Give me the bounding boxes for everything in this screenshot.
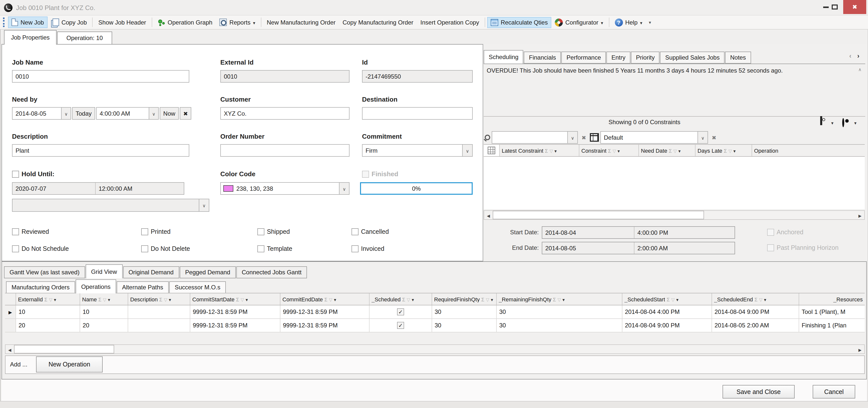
constraints-view-combo[interactable]: Default — [600, 131, 708, 144]
column-header-constraint[interactable]: Constraint — [579, 145, 639, 156]
cancel-button[interactable]: Cancel — [813, 385, 855, 399]
checkbox-box[interactable] — [12, 170, 19, 178]
tab-operation-10[interactable]: Operation: 10 — [57, 32, 112, 44]
column-header-scheduledend[interactable]: _ScheduledEnd — [712, 293, 799, 305]
column-header-remainingfinishqty[interactable]: _RemainingFinishQty — [497, 293, 622, 305]
dropdown-icon[interactable] — [108, 296, 110, 302]
recalculate-qties-button[interactable]: Recalculate Qties — [487, 17, 551, 28]
column-header-scheduled[interactable]: _Scheduled — [370, 293, 432, 305]
tab-scheduling[interactable]: Scheduling — [484, 50, 524, 64]
save-and-close-button[interactable]: Save and Close — [722, 385, 795, 399]
scroll-left-button[interactable] — [5, 345, 14, 353]
new-manufacturing-order-button[interactable]: New Manufacturing Order — [263, 17, 339, 28]
commitment-dropdown-button[interactable] — [462, 145, 472, 156]
customer-input[interactable]: XYZ Co. — [220, 107, 349, 120]
tab-alternate-paths[interactable]: Alternate Paths — [117, 281, 169, 293]
need-by-time-input[interactable]: 4:00:00 AM — [96, 107, 149, 120]
tab-supplied-sales-jobs[interactable]: Supplied Sales Jobs — [660, 52, 725, 64]
view-name-value[interactable]: Default — [601, 134, 698, 141]
color-code-select[interactable]: 238, 130, 238 — [220, 182, 349, 195]
tab-original-demand[interactable]: Original Demand — [123, 266, 179, 278]
tab-financials[interactable]: Financials — [524, 52, 561, 64]
tab-successor-mos[interactable]: Successor M.O.s — [169, 281, 226, 293]
clear-search-button[interactable] — [579, 131, 588, 144]
dropdown-icon[interactable] — [412, 296, 414, 302]
dropdown-icon[interactable] — [678, 148, 680, 153]
clear-need-by-button[interactable] — [180, 107, 191, 120]
column-header-resources[interactable]: _Resources — [799, 293, 865, 305]
tab-priority[interactable]: Priority — [631, 52, 660, 64]
maximize-button[interactable] — [827, 0, 842, 14]
description-input[interactable]: Plant — [12, 144, 189, 157]
operation-graph-button[interactable]: Operation Graph — [154, 17, 216, 28]
now-button[interactable]: Now — [160, 107, 179, 120]
printed-checkbox[interactable]: Printed — [141, 228, 170, 235]
insert-operation-copy-button[interactable]: Insert Operation Copy — [417, 17, 483, 28]
hold-until-checkbox[interactable]: Hold Until: — [12, 170, 54, 178]
tab-scroll-left-icon[interactable]: ‹ — [849, 52, 851, 60]
today-button[interactable]: Today — [72, 107, 95, 120]
percent-finished-field[interactable]: 0% — [360, 182, 473, 195]
checkbox-box[interactable] — [257, 245, 265, 252]
checkbox-box[interactable] — [12, 245, 19, 252]
new-operation-button[interactable]: New Operation — [36, 356, 103, 373]
checkbox-box[interactable] — [141, 245, 148, 252]
toolbar-grip-handle[interactable] — [3, 18, 5, 27]
checkbox-box[interactable] — [257, 228, 265, 235]
column-header-scheduledstart[interactable]: _ScheduledStart — [622, 293, 712, 305]
need-by-time-dropdown-button[interactable] — [149, 107, 159, 120]
tab-entry[interactable]: Entry — [607, 52, 630, 64]
tab-notes[interactable]: Notes — [725, 52, 751, 64]
need-by-date-dropdown-button[interactable] — [61, 107, 71, 120]
tab-grid-view[interactable]: Grid View — [86, 264, 123, 278]
column-header-operation[interactable]: Operation — [752, 145, 862, 156]
color-code-dropdown-button[interactable] — [339, 183, 349, 194]
configurator-button[interactable]: Configurator — [551, 16, 607, 28]
column-header-days-late[interactable]: Days Late — [695, 145, 752, 156]
dropdown-icon[interactable] — [764, 296, 766, 302]
toolbar-overflow-icon[interactable]: ▾ — [649, 21, 651, 24]
cancelled-checkbox[interactable]: Cancelled — [351, 228, 389, 235]
scroll-left-button[interactable] — [484, 211, 493, 219]
order-number-input[interactable] — [220, 144, 349, 157]
commitment-select[interactable]: Firm — [362, 144, 473, 157]
operations-hscrollbar[interactable] — [5, 344, 865, 354]
constraints-hscrollbar[interactable] — [484, 210, 865, 220]
search-dropdown-button[interactable] — [567, 132, 577, 143]
do-not-schedule-checkbox[interactable]: Do Not Schedule — [12, 245, 69, 252]
constraint-list-icon[interactable] — [820, 116, 822, 125]
destination-input[interactable] — [362, 107, 473, 120]
scroll-right-button[interactable] — [856, 345, 864, 353]
column-header-externalid[interactable]: ExternalId — [16, 293, 80, 305]
column-header-commitenddate[interactable]: CommitEndDate — [280, 293, 370, 305]
visibility-eye-icon[interactable] — [842, 118, 844, 127]
row-selector-cell[interactable] — [5, 305, 16, 318]
checkbox-box[interactable] — [351, 245, 359, 252]
tab-scroll-right-icon[interactable]: › — [857, 52, 860, 60]
tab-gantt-view[interactable]: Gantt View (as last saved) — [4, 266, 85, 278]
cell-scheduled[interactable] — [370, 319, 432, 332]
need-by-date-input[interactable]: 2014-08-05 — [12, 107, 61, 120]
grid-layout-icon[interactable] — [590, 133, 599, 142]
checkbox-box[interactable] — [12, 228, 19, 235]
help-button[interactable]: ? Help — [611, 16, 646, 28]
dropdown-icon[interactable] — [854, 119, 857, 126]
tab-pegged-demand[interactable]: Pegged Demand — [180, 266, 236, 278]
dropdown-icon[interactable] — [618, 148, 620, 153]
shipped-checkbox[interactable]: Shipped — [257, 228, 290, 235]
column-header-commitstartdate[interactable]: CommitStartDate — [190, 293, 280, 305]
tab-connected-jobs-gantt[interactable]: Connected Jobs Gantt — [236, 266, 307, 278]
scrollbar-thumb[interactable] — [493, 211, 704, 219]
cell-scheduled[interactable] — [370, 305, 432, 318]
close-button[interactable] — [843, 0, 866, 14]
job-name-input[interactable]: 0010 — [12, 70, 189, 83]
do-not-delete-checkbox[interactable]: Do Not Delete — [141, 245, 190, 252]
dropdown-icon[interactable] — [831, 119, 833, 126]
scroll-up-icon[interactable] — [858, 66, 862, 72]
dropdown-icon[interactable] — [54, 296, 56, 302]
template-checkbox[interactable]: Template — [257, 245, 292, 252]
reviewed-checkbox[interactable]: Reviewed — [12, 228, 49, 235]
scrollbar-thumb[interactable] — [14, 345, 114, 353]
column-header-description[interactable]: Description — [128, 293, 190, 305]
constraints-grid-body[interactable] — [484, 157, 865, 209]
